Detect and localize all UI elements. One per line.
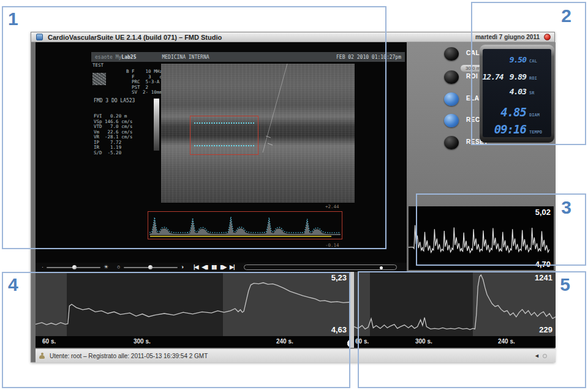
doppler-baseline bbox=[150, 236, 331, 237]
ultrasound-viewport: esaote MyLab25 MEDICINA INTERNA FEB 02 2… bbox=[36, 42, 407, 263]
brightness-slider[interactable] bbox=[47, 267, 100, 268]
chart5-min-value: 229 bbox=[539, 325, 552, 334]
vessel-roi-rect bbox=[190, 116, 258, 155]
roi-label: ROI bbox=[466, 73, 478, 80]
page: CardioVascularSuite UE 2.1.4 (build 071)… bbox=[0, 0, 588, 390]
probe-thumbnail-icon bbox=[92, 73, 106, 85]
step-forward-button[interactable]: ▮▶ bbox=[220, 263, 226, 272]
chart5-segment-240s: 240 s. bbox=[498, 338, 515, 345]
app-icon bbox=[36, 34, 43, 40]
annotation-number-2: 2 bbox=[561, 6, 571, 26]
doppler-scale-max: +2.44 bbox=[325, 204, 339, 209]
chart-divider bbox=[350, 272, 354, 348]
contrast-high-icon: ◑ bbox=[181, 263, 184, 272]
sr-value: 4.03 bbox=[510, 87, 526, 96]
diam-value: 4.85 bbox=[500, 105, 526, 119]
close-button[interactable] bbox=[544, 34, 551, 40]
playback-toolbar: · ☀ ○ ◑ |◀ ◀▮ ▮▮ ▮▶ ▶| bbox=[36, 263, 407, 272]
bmode-image bbox=[161, 64, 355, 203]
exam-datetime: FEB 02 2010 01:10:27pm bbox=[336, 54, 401, 60]
chart4-segment-60s: 60 s. bbox=[42, 338, 56, 345]
tempo-label: TEMPO bbox=[529, 130, 548, 135]
speaker-icon[interactable]: ◄ bbox=[534, 353, 540, 359]
study-label: FMD 3 DO LA523 bbox=[94, 99, 135, 104]
grayscale-bar bbox=[154, 99, 159, 151]
seek-handle[interactable] bbox=[380, 266, 383, 269]
user-icon bbox=[39, 353, 45, 359]
flow-trend-line bbox=[354, 272, 556, 336]
chart4-segment-300s: 300 s. bbox=[134, 338, 151, 345]
chart5-segment-300s: 300 s. bbox=[415, 338, 432, 345]
reset-button[interactable] bbox=[444, 136, 459, 149]
brightness-low-icon: · bbox=[42, 263, 43, 272]
chart4-min-value: 4,63 bbox=[331, 325, 347, 334]
annotation-number-3: 3 bbox=[561, 197, 571, 218]
chart4-time-axis: 60 s. 300 s. 240 s. ↑ ↓ + − bbox=[36, 336, 350, 348]
patient-label: TEST bbox=[92, 63, 104, 69]
roi-value-left: 12.74 bbox=[483, 72, 503, 81]
tempo-value: 09:16 bbox=[494, 122, 526, 136]
rec-button[interactable] bbox=[444, 114, 459, 127]
device-brand: esaote MyLab25 bbox=[95, 54, 136, 60]
seek-bar[interactable] bbox=[244, 264, 397, 270]
department-label: MEDICINA INTERNA bbox=[162, 54, 209, 60]
diam-label: DIAM bbox=[529, 113, 548, 118]
roi-value-label: ROI bbox=[529, 76, 548, 81]
skip-end-button[interactable]: ▶| bbox=[230, 263, 234, 272]
display-screen: 9.50 CAL 12.74 9.89 ROI 4.03 SR 4.85 DIA… bbox=[483, 49, 551, 137]
annotation-number-4: 4 bbox=[8, 274, 18, 295]
status-text: Utente: root – Registrato alle: 2011-05-… bbox=[50, 353, 208, 359]
spectral-doppler-area bbox=[148, 211, 342, 241]
flow-trend-chart: 1241 229 60 s. 300 s. 240 s. bbox=[354, 272, 556, 348]
near-wall-trace bbox=[194, 122, 254, 124]
sr-label: SR bbox=[529, 91, 548, 96]
volume-knob[interactable] bbox=[543, 354, 547, 358]
contrast-low-icon: ○ bbox=[117, 263, 120, 272]
cal-value: 9.50 bbox=[510, 55, 526, 64]
skip-start-button[interactable]: |◀ bbox=[194, 263, 198, 272]
chart3-min-value: 4,70 bbox=[535, 260, 551, 269]
roi-button[interactable] bbox=[444, 70, 459, 84]
title-date: martedì 7 giugno 2011 bbox=[475, 34, 540, 40]
chart5-max-value: 1241 bbox=[535, 273, 552, 282]
cal-label: CAL bbox=[529, 59, 548, 64]
measurement-display: 9.50 CAL 12.74 9.89 ROI 4.03 SR 4.85 DIA… bbox=[480, 45, 554, 143]
diameter-waveform-line bbox=[409, 206, 554, 270]
brightness-high-icon: ☀ bbox=[104, 263, 108, 272]
chart5-time-axis: 60 s. 300 s. 240 s. bbox=[354, 336, 556, 348]
roi-value: 9.89 bbox=[510, 72, 526, 81]
step-back-button[interactable]: ◀▮ bbox=[202, 263, 208, 272]
chart3-max-value: 5,02 bbox=[535, 208, 551, 217]
diameter-trend-line bbox=[36, 272, 350, 336]
annotation-number-1: 1 bbox=[8, 9, 18, 29]
chart4-max-value: 5,23 bbox=[331, 273, 347, 282]
calib-button[interactable] bbox=[444, 47, 459, 61]
status-bar: Utente: root – Registrato alle: 2011-05-… bbox=[36, 348, 556, 362]
far-wall-trace bbox=[194, 145, 254, 146]
pause-button[interactable]: ▮▮ bbox=[211, 263, 216, 272]
title-bar: CardioVascularSuite UE 2.1.4 (build 071)… bbox=[31, 32, 554, 42]
annotation-number-5: 5 bbox=[560, 274, 570, 295]
diameter-waveform-chart: 5,02 4,70 bbox=[409, 206, 554, 270]
chart5-segment-60s: 60 s. bbox=[355, 338, 369, 345]
rec-label: REC bbox=[466, 116, 480, 123]
diameter-trend-chart: 5,23 4,63 60 s. 300 s. 240 s. ↑ ↓ + − bbox=[36, 272, 350, 348]
ultrasound-header: esaote MyLab25 MEDICINA INTERNA FEB 02 2… bbox=[91, 52, 405, 62]
chart4-segment-240s: 240 s. bbox=[276, 338, 293, 345]
contrast-slider[interactable] bbox=[124, 267, 178, 268]
doppler-scale-min: -0.14 bbox=[325, 242, 339, 248]
window-title: CardioVascularSuite UE 2.1.4 (build 071)… bbox=[48, 34, 222, 41]
measurement-list: FVI 0.20 mVSp 146.6 cm/sVTD 7.0 cm/sVm 2… bbox=[94, 114, 132, 156]
elab-button[interactable] bbox=[444, 92, 459, 106]
app-window: CardioVascularSuite UE 2.1.4 (build 071)… bbox=[31, 32, 555, 362]
